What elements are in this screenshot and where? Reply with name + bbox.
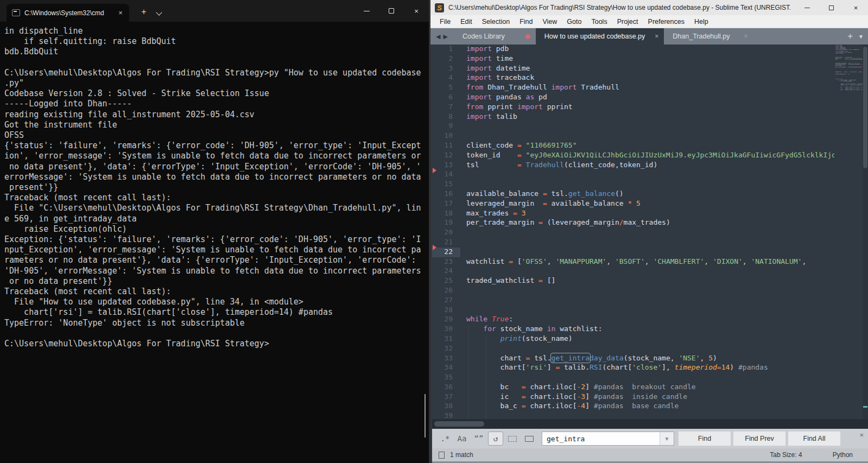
code-line: 5from Dhan_Tradehull import Tradehull: [432, 83, 868, 93]
menu-edit[interactable]: Edit: [455, 18, 477, 26]
menu-tools[interactable]: Tools: [586, 18, 612, 26]
line-number: 35: [432, 373, 460, 383]
line-number: 29: [432, 315, 460, 325]
code-text: import talib: [460, 112, 517, 122]
code-line: 32: [432, 344, 868, 354]
horizontal-scrollbar[interactable]: [432, 419, 868, 429]
code-line: 15: [432, 180, 868, 189]
menu-project[interactable]: Project: [612, 18, 643, 26]
line-number: 11: [432, 141, 460, 151]
terminal-tab-title: C:\Windows\System32\cmd: [24, 9, 116, 17]
terminal-dropdown-icon[interactable]: [156, 10, 162, 16]
tab-how-to-use-updated-codebase-py[interactable]: How to use updated codebase.py×: [536, 28, 664, 45]
code-text: for stock_name in watchlist:: [460, 325, 602, 334]
tab-label: Dhan_Tradehull.py: [673, 33, 730, 40]
line-number: 31: [432, 334, 460, 344]
tab-overflow-icon[interactable]: ▼: [858, 34, 864, 40]
find-button[interactable]: Find: [679, 432, 731, 446]
code-line: 21: [432, 238, 868, 248]
line-number: 28: [432, 306, 460, 315]
code-line: 9: [432, 122, 868, 131]
code-line: 13tsl = Tradehull(client_code,token_id): [432, 161, 868, 170]
find-input[interactable]: [542, 435, 660, 443]
terminal-body[interactable]: in dispatch_line if self.quitting: raise…: [0, 22, 429, 463]
code-line: 14: [432, 170, 868, 180]
code-line: 34 chart['rsi'] = talib.RSI(chart['close…: [432, 363, 868, 373]
terminal-maximize-button[interactable]: [379, 0, 404, 22]
case-sensitive-toggle-icon[interactable]: Aa: [454, 432, 470, 446]
tab-nav-right-icon[interactable]: ▶: [443, 33, 447, 40]
highlight-matches-toggle-icon[interactable]: [522, 432, 537, 446]
sublime-maximize-button[interactable]: [819, 0, 844, 15]
horizontal-scrollbar-thumb[interactable]: [434, 421, 484, 427]
screen: C:\Windows\System32\cmd × + × in dispatc…: [0, 0, 868, 463]
tab-dhan-tradehull-py[interactable]: Dhan_Tradehull.py×: [664, 28, 753, 45]
minimap[interactable]: 1import pdb2import time3import datetime4…: [834, 45, 863, 419]
code-line: 25traded_wathclist = []: [432, 276, 868, 286]
code-line: 38 ba_c = chart.iloc[-4] #pandas base ca…: [834, 89, 863, 90]
tab-close-icon[interactable]: ×: [655, 33, 658, 40]
tab-label: Codes Library: [462, 33, 505, 40]
tab-size-status[interactable]: Tab Size: 4: [755, 451, 817, 459]
code-line: 39: [834, 91, 863, 92]
match-count: 1 match: [450, 451, 473, 459]
status-panel-icon[interactable]: [439, 452, 445, 459]
code-text: bc = chart.iloc[-2] #pandas breakout can…: [460, 383, 696, 392]
sublime-minimize-button[interactable]: [795, 0, 819, 15]
modified-dot-icon: [525, 34, 530, 39]
code-line: 29while True:: [432, 315, 868, 325]
menu-file[interactable]: File: [435, 18, 455, 26]
find-prev-button[interactable]: Find Prev: [733, 432, 785, 446]
menu-find[interactable]: Find: [515, 18, 537, 26]
terminal-minimize-button[interactable]: [354, 0, 379, 22]
vertical-scrollbar[interactable]: [863, 45, 868, 419]
new-tab-button[interactable]: +: [138, 6, 150, 18]
line-number: 17: [432, 199, 460, 209]
sublime-menubar: FileEditSelectionFindViewGotoToolsProjec…: [430, 15, 868, 28]
code-text: available_balance = tsl.get_balance(): [460, 189, 624, 199]
whole-word-toggle-icon[interactable]: “”: [471, 432, 486, 446]
code-text: import pandas as pd: [460, 93, 547, 103]
terminal-scrollbar[interactable]: [425, 394, 426, 437]
code-text: traded_wathclist = []: [834, 73, 849, 74]
code-text: [460, 122, 466, 131]
wrap-toggle-icon[interactable]: ↺: [488, 432, 503, 446]
find-close-icon[interactable]: ×: [859, 431, 864, 439]
code-text: print(stock_name): [834, 81, 852, 82]
code-editor[interactable]: 1import pdb2import time3import datetime4…: [432, 45, 868, 419]
code-text: client_code = "1106691765": [460, 141, 577, 151]
code-text: per_trade_margin = (leveraged_margin/max…: [834, 66, 863, 67]
menu-selection[interactable]: Selection: [477, 18, 515, 26]
sublime-window-title: C:\Users\mehul\Desktop\Algos For Trading…: [448, 4, 790, 11]
line-number: 5: [432, 83, 460, 93]
menu-help[interactable]: Help: [689, 18, 713, 26]
tab-codes-library[interactable]: Codes Library: [454, 28, 536, 45]
in-selection-toggle-icon[interactable]: [505, 432, 520, 446]
code-text: [460, 344, 466, 354]
new-file-button[interactable]: +: [847, 31, 853, 42]
tab-close-icon[interactable]: ×: [744, 33, 748, 40]
code-line: 6import pandas as pd: [432, 93, 868, 103]
code-text: chart['rsi'] = talib.RSI(chart['close'],…: [460, 363, 768, 373]
menu-preferences[interactable]: Preferences: [643, 18, 689, 26]
regex-toggle-icon[interactable]: .*: [438, 432, 453, 446]
menu-view[interactable]: View: [537, 18, 562, 26]
code-text: [460, 248, 466, 257]
find-history-dropdown-icon[interactable]: ▼: [660, 432, 674, 445]
code-text: [460, 411, 466, 419]
minimap-content: 1import pdb2import time3import datetime4…: [834, 45, 863, 92]
vertical-scrollbar-thumb[interactable]: [863, 47, 867, 168]
sublime-close-button[interactable]: ×: [844, 0, 868, 15]
code-line: 10: [432, 131, 868, 141]
terminal-tab[interactable]: C:\Windows\System32\cmd ×: [7, 4, 129, 22]
terminal-window-controls: ×: [354, 0, 429, 22]
code-text: import traceback: [460, 73, 534, 83]
line-number: 27: [432, 296, 460, 306]
menu-goto[interactable]: Goto: [562, 18, 586, 26]
code-line: 36 bc = chart.iloc[-2] #pandas breakout …: [432, 383, 868, 392]
terminal-close-button[interactable]: ×: [404, 0, 429, 22]
find-all-button[interactable]: Find All: [788, 432, 840, 446]
syntax-status[interactable]: Python: [818, 451, 868, 459]
tab-nav-left-icon[interactable]: ◀: [436, 33, 440, 40]
terminal-tab-close-icon[interactable]: ×: [116, 9, 125, 17]
